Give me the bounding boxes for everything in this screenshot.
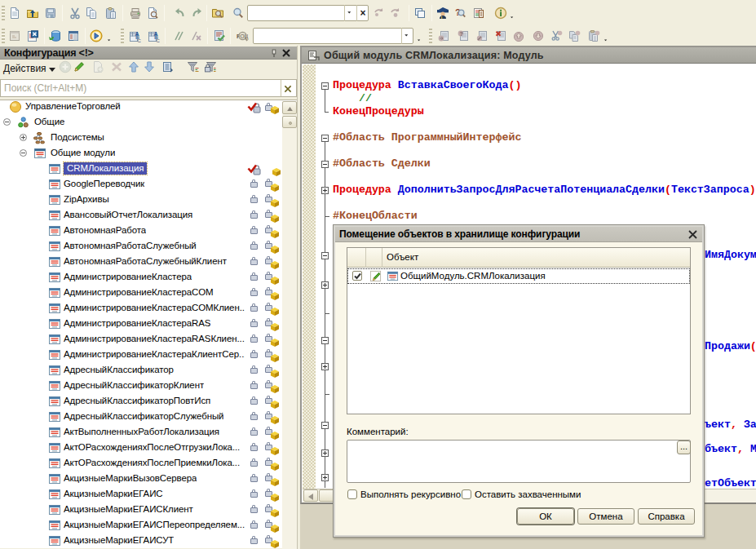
svg-text:C: C: [157, 38, 161, 43]
svg-text:?: ?: [459, 31, 462, 37]
svg-text:C: C: [138, 38, 142, 43]
svg-text:ОЦ: ОЦ: [241, 33, 249, 40]
